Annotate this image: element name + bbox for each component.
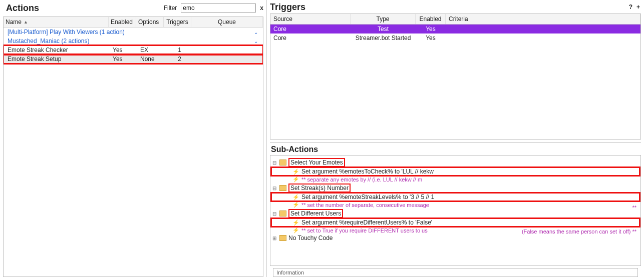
folder-icon: [279, 160, 286, 166]
chevron-down-icon[interactable]: ⌄: [254, 30, 261, 35]
tree-comment: ⚡** set the number of separate, consecut…: [271, 201, 639, 208]
bolt-icon: ⚡: [292, 194, 299, 200]
help-icon[interactable]: ?: [629, 4, 636, 10]
col-criteria[interactable]: Criteria: [446, 14, 640, 24]
group-row[interactable]: [Multi-Platform] Play With Viewers (1 ac…: [4, 28, 263, 36]
triggers-table: Source Type Enabled Criteria Core Test Y…: [270, 14, 641, 140]
folder-icon: [279, 210, 286, 216]
col-type[interactable]: Type: [351, 14, 416, 24]
sub-actions-title: Sub-Actions: [270, 143, 641, 155]
tree-leaf[interactable]: ⚡Set argument %requireDifferentUsers% to…: [271, 218, 639, 226]
comment-note: (False means the same person can set it …: [522, 228, 636, 234]
bolt-icon: ⚡: [292, 176, 299, 182]
add-trigger-icon[interactable]: +: [636, 4, 644, 10]
tree-node[interactable]: ⊟Select Your Emotes: [271, 158, 639, 168]
sub-actions-tree: ⊟Select Your Emotes ⚡Set argument %emote…: [270, 155, 641, 266]
bolt-icon: ⚡: [292, 168, 299, 175]
action-row[interactable]: Emote Streak Checker Yes EX 1: [4, 46, 263, 54]
collapse-icon[interactable]: ⊟: [271, 211, 277, 216]
folder-icon: [279, 185, 286, 191]
triggers-title: Triggers: [267, 0, 308, 14]
tree-comment: ⚡** separate any emotes by // (i.e. LUL …: [271, 176, 639, 183]
action-row-selected[interactable]: Emote Streak Setup Yes None 2: [4, 54, 263, 64]
tree-node[interactable]: ⊟Set Streak(s) Number: [271, 183, 639, 193]
col-name[interactable]: Name▲: [4, 17, 109, 27]
bolt-icon: ⚡: [292, 227, 299, 234]
col-options[interactable]: Options: [136, 17, 164, 27]
comment-note: **: [632, 204, 636, 210]
col-source[interactable]: Source: [270, 14, 351, 24]
sub-actions-panel: Sub-Actions ⊟Select Your Emotes ⚡Set arg…: [270, 142, 641, 277]
tree-leaf[interactable]: ⚡Set argument %emotesToCheck% to 'LUL //…: [271, 168, 639, 176]
actions-table: Name▲ Enabled Options Triggers Queue [Mu…: [3, 16, 263, 277]
folder-icon: [279, 235, 286, 241]
actions-title: Actions: [3, 1, 42, 14]
sort-asc-icon: ▲: [24, 20, 28, 24]
col-queue[interactable]: Queue: [191, 17, 263, 27]
bolt-icon: ⚡: [292, 220, 299, 226]
tree-node[interactable]: ⊟Set Different Users: [271, 208, 639, 218]
actions-panel: Actions Filter x Name▲ Enabled Options T…: [0, 0, 267, 277]
collapse-icon[interactable]: ⊟: [271, 160, 277, 166]
info-bar: Information: [273, 268, 638, 277]
trigger-row-selected[interactable]: Core Test Yes: [270, 24, 640, 34]
triggers-header: Source Type Enabled Criteria: [270, 14, 640, 24]
expand-icon[interactable]: ⊞: [271, 236, 277, 241]
tree-node[interactable]: ⊞No Touchy Code: [271, 234, 639, 242]
col-enabled[interactable]: Enabled: [109, 17, 136, 27]
filter-clear-icon[interactable]: x: [260, 4, 263, 12]
actions-header: Name▲ Enabled Options Triggers Queue: [4, 17, 263, 28]
tree-leaf[interactable]: ⚡Set argument %emoteStreakLevels% to '3 …: [271, 193, 639, 201]
col-triggers[interactable]: Triggers: [164, 17, 191, 27]
col-enabled[interactable]: Enabled: [416, 14, 446, 24]
trigger-row[interactable]: Core Streamer.bot Started Yes: [270, 34, 640, 42]
right-panel: Triggers ? + Source Type Enabled Criteri…: [267, 0, 644, 277]
filter-label: Filter: [164, 4, 177, 12]
bolt-icon: ⚡: [292, 202, 299, 208]
filter-input[interactable]: [181, 4, 256, 12]
group-row[interactable]: Mustached_Maniac (2 actions) ⌄: [4, 36, 263, 46]
chevron-down-icon[interactable]: ⌄: [254, 38, 261, 44]
collapse-icon[interactable]: ⊟: [271, 186, 277, 191]
